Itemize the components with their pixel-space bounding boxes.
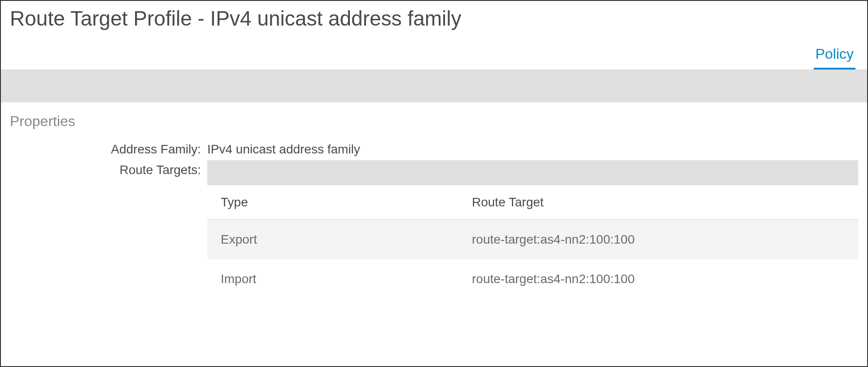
tab-policy[interactable]: Policy <box>814 43 855 70</box>
address-family-value: IPv4 unicast address family <box>207 140 360 157</box>
cell-type: Import <box>207 259 458 299</box>
address-family-row: Address Family: IPv4 unicast address fam… <box>1 138 867 158</box>
page-title: Route Target Profile - IPv4 unicast addr… <box>1 1 867 34</box>
column-header-route-target[interactable]: Route Target <box>458 185 858 220</box>
address-family-label: Address Family: <box>10 140 207 157</box>
column-header-type[interactable]: Type <box>207 185 458 220</box>
cell-type: Export <box>207 220 458 260</box>
tabs-row: Policy <box>1 34 867 70</box>
cell-route-target: route-target:as4-nn2:100:100 <box>458 220 858 260</box>
cell-route-target: route-target:as4-nn2:100:100 <box>458 259 858 299</box>
route-targets-row: Route Targets: Type Route Target Export … <box>1 158 867 301</box>
route-targets-table-wrap: Type Route Target Export route-target:as… <box>207 160 858 299</box>
toolbar-bar <box>1 70 867 102</box>
table-row[interactable]: Import route-target:as4-nn2:100:100 <box>207 259 858 299</box>
route-targets-table-toolbar <box>207 160 858 185</box>
route-targets-table: Type Route Target Export route-target:as… <box>207 185 858 299</box>
table-row[interactable]: Export route-target:as4-nn2:100:100 <box>207 220 858 260</box>
properties-section-title: Properties <box>1 102 867 138</box>
route-targets-label: Route Targets: <box>10 160 207 177</box>
